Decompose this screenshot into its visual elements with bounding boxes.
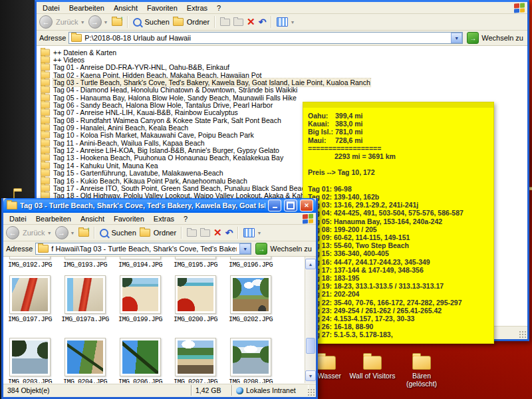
note-line: Tag 03: 13-16, 29.1-29.2, 241i-241j: [308, 201, 489, 209]
back-button-label: Zurück: [56, 18, 78, 26]
folders-view-button[interactable]: [173, 18, 184, 26]
go-button[interactable]: → Wechseln zu: [254, 243, 313, 255]
resize-grip[interactable]: [308, 389, 316, 397]
thumbnail[interactable]: IMG_0192.JPG: [5, 257, 55, 269]
search-button-label[interactable]: Suchen: [145, 18, 170, 26]
back-button[interactable]: ←: [6, 226, 19, 239]
thumbnail[interactable]: IMG_0197.JPG: [5, 275, 55, 323]
thumbnail[interactable]: IMG_0195.JPG: [170, 257, 221, 269]
vertical-scrollbar[interactable]: ▲ ▼: [305, 257, 316, 383]
address-combo[interactable]: f Hawaii\Tag 03 - Turtle Beach, Shark's …: [35, 243, 251, 255]
forward-button[interactable]: →: [88, 15, 102, 29]
scroll-down-button[interactable]: ▼: [305, 370, 316, 381]
maximize-button[interactable]: [284, 200, 297, 211]
back-dropdown-icon[interactable]: ▼: [80, 20, 85, 25]
views-icon[interactable]: [277, 17, 288, 27]
status-object-count: 384 Objekt(e): [3, 385, 192, 396]
folders-button-label[interactable]: Ordner: [154, 229, 176, 237]
screen: n Wasser Wall of Visitors Bären (gelösch…: [0, 0, 532, 399]
desktop-icon-label: Bären (gelöscht): [406, 372, 437, 388]
scroll-up-button[interactable]: ▲: [305, 259, 316, 269]
close-button[interactable]: ✕: [300, 200, 313, 211]
note-line: Tag 23: 249-254 / 261-262 / 265.41-265.4…: [308, 307, 489, 315]
list-item[interactable]: ++ Dateien & Karten: [40, 49, 527, 56]
menu-ansicht[interactable]: Ansicht: [76, 214, 109, 223]
go-button[interactable]: → Wechseln zu: [466, 32, 525, 44]
distance-value: 399,4 mi: [335, 112, 362, 120]
menu-bearbeiten[interactable]: Bearbeiten: [65, 3, 109, 13]
photo-thumbnail-image: [178, 340, 213, 374]
address-combo[interactable]: P:\2018-08-18 Urlaub auf Hawaii ▼: [68, 32, 463, 44]
address-bar: Adresse P:\2018-08-18 Urlaub auf Hawaii …: [37, 31, 527, 46]
list-item[interactable]: ++ Videos: [40, 56, 527, 63]
views-dropdown-icon[interactable]: ▼: [290, 20, 295, 25]
delete-icon[interactable]: ✕: [247, 18, 255, 26]
menu-datei[interactable]: Datei: [38, 3, 65, 13]
folders-view-button[interactable]: [140, 229, 150, 237]
thumbnail[interactable]: IMG_0200.JPG: [170, 275, 221, 323]
list-item-selected[interactable]: Tag 03 - Turtle Beach, Shark's Cove, Ted…: [40, 78, 527, 86]
menu-hilfe[interactable]: ?: [212, 3, 225, 13]
menu-ansicht[interactable]: Ansicht: [109, 3, 142, 13]
views-icon[interactable]: [243, 228, 255, 237]
resize-grip[interactable]: [519, 331, 527, 339]
photo-thumbnail-image: [178, 278, 213, 311]
menu-extras[interactable]: Extras: [149, 214, 179, 223]
menu-extras[interactable]: Extras: [182, 3, 212, 13]
undo-icon[interactable]: ↶: [259, 18, 267, 26]
folder-icon: [41, 170, 50, 177]
go-arrow-icon: →: [467, 32, 479, 44]
desktop-icon-wall-of-visitors[interactable]: Wall of Visitors: [348, 356, 396, 380]
search-button-label[interactable]: Suchen: [112, 229, 136, 237]
folders-button-label[interactable]: Ordner: [187, 18, 209, 26]
sticky-note-header[interactable]: [303, 102, 493, 108]
menu-favoriten[interactable]: Favoriten: [109, 214, 149, 223]
menu-hilfe[interactable]: ?: [179, 214, 192, 223]
desktop-icon-baeren[interactable]: Bären (gelöscht): [398, 356, 446, 388]
menu-bar: Datei Bearbeiten Ansicht Favoriten Extra…: [3, 213, 316, 225]
search-icon[interactable]: [100, 229, 108, 237]
forward-button[interactable]: →: [55, 226, 68, 239]
note-line: Tag 13: 55-60, Two Step Beach: [308, 241, 489, 249]
thumbnail[interactable]: IMG_0194.JPG: [115, 257, 166, 269]
views-dropdown-icon[interactable]: ▼: [257, 231, 261, 235]
thumbnail[interactable]: IMG_0202.JPG: [225, 275, 276, 323]
up-folder-button[interactable]: ↑: [78, 229, 89, 237]
search-icon[interactable]: [133, 18, 142, 27]
back-button[interactable]: ←: [39, 15, 53, 29]
list-item[interactable]: Tag 05 - Hanauma Bay, Halona Blow Hole, …: [40, 94, 527, 101]
menu-bearbeiten[interactable]: Bearbeiten: [31, 214, 76, 223]
thumbnail[interactable]: IMG_0203.JPG: [5, 338, 55, 383]
minimize-button[interactable]: [268, 200, 281, 211]
thumbnail[interactable]: IMG_0199.JPG: [115, 275, 166, 323]
thumbnail[interactable]: IMG_0204.JPG: [60, 338, 110, 383]
thumbnail[interactable]: IMG_0206.JPG: [115, 338, 166, 383]
sticky-note[interactable]: Oahu:399,4 mi Kauai:383,0 mi Big Isl.:78…: [303, 102, 494, 344]
copy-to-icon[interactable]: [200, 229, 210, 237]
thumbnail[interactable]: IMG_0197a.JPG: [60, 275, 110, 323]
list-item[interactable]: Tag 02 - Kaena Point, Hidden Beach, Maka…: [40, 71, 527, 78]
address-dropdown-button[interactable]: ▼: [451, 33, 462, 43]
scrollbar-thumb[interactable]: [306, 338, 315, 354]
title-bar[interactable]: Tag 03 - Turtle Beach, Shark's Cove, Ted…: [3, 198, 316, 213]
delete-icon[interactable]: ✕: [213, 229, 222, 237]
forward-dropdown-icon[interactable]: ▼: [104, 20, 108, 25]
back-dropdown-icon[interactable]: ▼: [47, 231, 52, 235]
move-to-icon[interactable]: [187, 229, 197, 237]
status-size: 1,42 GB: [192, 385, 232, 396]
photo-thumbnail-image: [233, 278, 269, 311]
list-item[interactable]: Tag 01 - Anreise DD-FRA-YVR-HNL, Oahu-B&…: [40, 64, 527, 71]
menu-favoriten[interactable]: Favoriten: [142, 3, 182, 13]
up-folder-button[interactable]: ↑: [112, 18, 122, 26]
thumbnail[interactable]: IMG_0193.JPG: [60, 257, 110, 269]
address-dropdown-button[interactable]: ▼: [239, 243, 251, 254]
thumbnail[interactable]: IMG_0207.JPG: [170, 338, 221, 383]
undo-icon[interactable]: ↶: [225, 229, 233, 237]
forward-dropdown-icon[interactable]: ▼: [70, 231, 75, 235]
thumbnail[interactable]: IMG_0196.JPG: [225, 257, 276, 269]
move-to-icon[interactable]: [220, 19, 230, 26]
menu-datei[interactable]: Datei: [5, 214, 31, 223]
thumbnail[interactable]: IMG_0208.JPG: [225, 338, 276, 383]
list-item[interactable]: Tag 04 - Diamond Head, Honolulu Chinatow…: [40, 86, 527, 94]
copy-to-icon[interactable]: [233, 19, 243, 26]
